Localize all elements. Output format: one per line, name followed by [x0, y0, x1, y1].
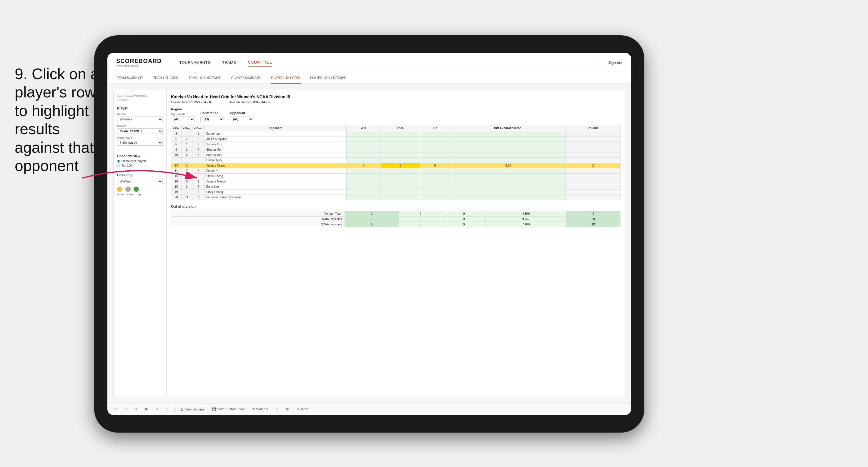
player-section-title: Player	[117, 106, 163, 111]
toolbar-view-original[interactable]: 🖼 View: Original	[178, 407, 207, 412]
conference-select[interactable]: (All)	[200, 117, 224, 122]
table-row[interactable]: 20117Federica Domecq Lacroze	[171, 195, 621, 200]
player-rank-label: Player (Rank)	[117, 136, 163, 139]
division-record-value: 331 - 34 - 6	[253, 100, 270, 104]
ood-row[interactable]: NCAA Division 25007.40010	[171, 222, 621, 227]
toolbar-grid[interactable]: ⊞	[143, 406, 150, 412]
filter-region: Region Opponents: (All)	[171, 107, 194, 122]
opponent-name: Federica Domecq Lacroze	[205, 195, 347, 200]
colour-dots	[117, 187, 163, 192]
toolbar-layout[interactable]: ⊡	[273, 406, 281, 412]
grid-area: Katelyn Vo Head-to-Head Grid for Women's…	[166, 90, 625, 397]
division-select[interactable]: NCAA Division III	[117, 128, 163, 134]
opponent-name: Stella Cheng	[205, 174, 347, 179]
dot-green	[133, 187, 139, 192]
subnav-team-h2h-grid[interactable]: TEAM H2H GRID	[153, 72, 179, 84]
table-row[interactable]: 31Esther Lee	[171, 131, 621, 136]
th-div: # Div	[171, 125, 182, 131]
nav-teams[interactable]: TEAMS	[222, 59, 236, 66]
opponent-name: Eunice Yi	[205, 168, 347, 174]
th-tie: Tie	[420, 125, 450, 131]
opponent-name: Esther Lee	[205, 131, 347, 136]
opponent-name: Andrea York	[205, 152, 347, 158]
table-row[interactable]: 131Jessica Huang010-3.002	[171, 163, 621, 168]
radio-top100[interactable]: Top 100	[117, 164, 163, 167]
colour-by-select[interactable]: Win/loss	[117, 179, 163, 184]
table-row[interactable]: 522Alexis Sudjianto	[171, 136, 621, 142]
opponent-name: Jessica Mason	[205, 179, 347, 184]
opponent-view-title: Opponent view	[117, 154, 163, 158]
sidebar-divider2	[117, 170, 163, 170]
grid-title: Katelyn Vo Head-to-Head Grid for Women's…	[171, 94, 621, 99]
bottom-toolbar: ↩ ↪ ⇧ ⊞ ↺ ⬡ | 🖼 View: Original 💾 Save Cu…	[107, 403, 631, 415]
subnav-team-h2h-heatmap[interactable]: TEAM H2H HEATMAP	[188, 72, 222, 84]
colour-labels: Down Level Up	[117, 193, 163, 196]
table-row[interactable]: 613Sydney Kuo	[171, 142, 621, 147]
toolbar-share[interactable]: ↗ Share	[294, 406, 311, 412]
filter-row: Region Opponents: (All) Conference (All)	[171, 107, 621, 122]
division-label: Division	[117, 124, 163, 127]
th-conf: # Conf	[192, 125, 205, 131]
main-card: Last Updated: 27/03/2024 16:55:38 Player…	[113, 90, 625, 397]
gender-label: Gender	[117, 113, 163, 116]
table-row[interactable]: 1063Andrea York	[171, 152, 621, 158]
opponent-name: Sharon Mun	[205, 147, 347, 152]
opponent-name: Jessica Huang	[205, 163, 347, 168]
table-row[interactable]: 19106Emily Chang	[171, 189, 621, 195]
player-rank-select[interactable]: 8. Katelyn Vo	[117, 140, 163, 146]
opponent-name: Sydney Kuo	[205, 142, 347, 147]
table-row[interactable]: 1585Stella Cheng	[171, 174, 621, 179]
table-row[interactable]: Haeju Hyun	[171, 158, 621, 163]
opponent-select[interactable]: (All)	[230, 117, 253, 122]
th-rounds: Rounds	[565, 125, 620, 131]
tablet-screen: SCOREBOARD Powered by clippd TOURNAMENTS…	[107, 53, 631, 415]
sidebar-divider	[117, 151, 163, 151]
radio-opponents-played[interactable]: Opponents Played	[117, 159, 163, 163]
toolbar-hex[interactable]: ⬡	[163, 406, 171, 412]
table-row[interactable]: 914Sharon Mun	[171, 147, 621, 152]
logo-text: SCOREBOARD	[116, 58, 161, 64]
filter-conference: Conference (All)	[200, 111, 224, 122]
subnav-player-h2h-heatmap[interactable]: PLAYER H2H HEATMAP	[310, 72, 347, 84]
sub-nav: TEAM SUMMARY TEAM H2H GRID TEAM H2H HEAT…	[107, 72, 631, 84]
toolbar-grid2[interactable]: ⊞	[284, 406, 291, 412]
opponent-name: Euna Lee	[205, 184, 347, 189]
toolbar-save-custom[interactable]: 💾 Save Custom View	[210, 406, 247, 412]
sign-out-link[interactable]: Sign out	[608, 60, 622, 65]
toolbar-undo[interactable]: ↩	[112, 406, 119, 412]
out-of-division-title: Out of division	[171, 205, 621, 209]
region-opponents-select[interactable]: (All)	[171, 117, 194, 122]
ood-row[interactable]: NAIA Division 115009.26730	[171, 217, 621, 222]
instruction-text: 9. Click on a player's row to highlight …	[15, 65, 100, 175]
main-content: Last Updated: 27/03/2024 16:55:38 Player…	[107, 84, 631, 403]
nav-tournaments[interactable]: TOURNAMENTS	[179, 59, 210, 66]
subnav-player-summary[interactable]: PLAYER SUMMARY	[231, 72, 262, 84]
overall-record-value: 353 - 34 - 6	[194, 100, 211, 104]
table-row[interactable]: 1822Euna Lee	[171, 184, 621, 189]
subnav-team-summary[interactable]: TEAM SUMMARY	[116, 72, 144, 84]
sidebar: Last Updated: 27/03/2024 16:55:38 Player…	[114, 90, 166, 397]
last-updated: Last Updated: 27/03/2024 16:55:38	[117, 94, 163, 102]
record-row: Overall Record: 353 - 34 - 6 Division Re…	[171, 100, 621, 104]
division-record-label: Division Record:	[228, 100, 252, 104]
toolbar-up[interactable]: ⇧	[132, 406, 140, 412]
th-reg: # Reg	[181, 125, 192, 131]
ood-row[interactable]: Foreign Team1004.5002	[171, 211, 621, 217]
colour-by-label: Colour by	[117, 173, 163, 177]
table-row[interactable]: 1691Jessica Mason	[171, 179, 621, 184]
th-win: Win	[346, 125, 380, 131]
top-nav: SCOREBOARD Powered by clippd TOURNAMENTS…	[107, 53, 631, 72]
overall-record-label: Overall Record:	[171, 100, 193, 104]
logo-sub: Powered by clippd	[116, 64, 161, 67]
ood-table: Foreign Team1004.5002NAIA Division 11500…	[171, 211, 621, 227]
opponent-name: Emily Chang	[205, 189, 347, 195]
dot-yellow	[117, 187, 122, 192]
subnav-player-h2h-grid[interactable]: PLAYER H2H GRID	[271, 72, 301, 84]
nav-committee[interactable]: COMMITTEE	[248, 59, 272, 66]
table-row[interactable]: 1474Eunice Yi	[171, 168, 621, 174]
toolbar-refresh[interactable]: ↺	[153, 406, 160, 412]
filter-opponent: Opponent (All)	[230, 111, 253, 122]
toolbar-watch[interactable]: 👁 Watch ▾	[250, 406, 270, 412]
gender-select[interactable]: Women's	[117, 117, 163, 122]
toolbar-redo[interactable]: ↪	[122, 406, 129, 412]
